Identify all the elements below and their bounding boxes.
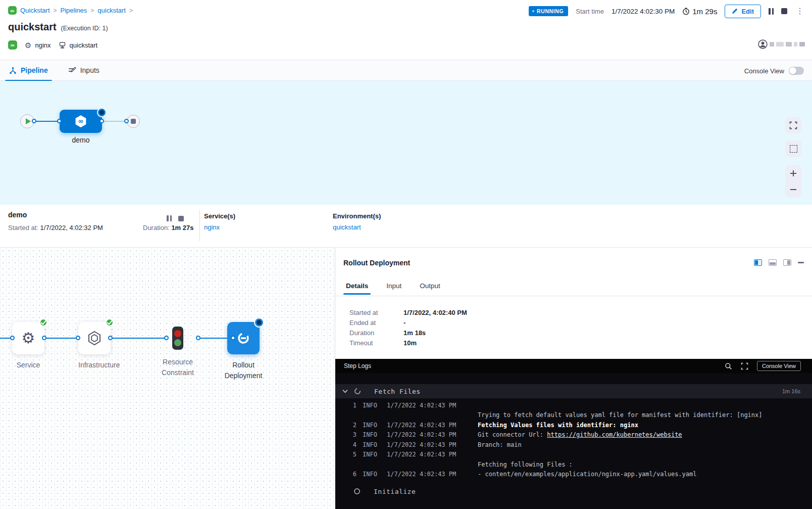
environments-label: Environment(s)	[333, 212, 381, 220]
service-gear-icon: ⚙	[22, 331, 35, 346]
canvas-fullscreen-button[interactable]	[785, 117, 801, 133]
step-node-infrastructure[interactable]	[78, 322, 111, 354]
tab-inputs[interactable]: Inputs	[68, 60, 99, 81]
layout-right-fill-button[interactable]	[783, 259, 791, 266]
execution-graph-canvas[interactable]: ⚙	[0, 248, 335, 509]
log-section-fetch-files[interactable]: Fetch Files 1m 16s	[335, 384, 812, 398]
tab-pipeline[interactable]: Pipeline	[9, 60, 48, 81]
detail-row-duration: Duration 1m 18s	[349, 328, 467, 338]
success-check-badge	[106, 318, 114, 327]
log-row: Trying to fetch default values yaml file…	[335, 410, 812, 421]
stop-execution-button[interactable]	[781, 8, 787, 14]
marquee-icon	[790, 145, 797, 153]
step-node-resource-constraint[interactable]	[172, 327, 183, 350]
execution-id: (Execution ID: 1)	[61, 25, 108, 32]
harness-pipeline-execution-page: ∞ Quickstart > Pipelines > quickstart > …	[0, 0, 812, 509]
section-loading-spinner-icon	[353, 387, 362, 396]
detail-row-timeout: Timeout 10m	[349, 338, 467, 348]
edge-connector-dot	[99, 119, 104, 123]
section-name: Fetch Files	[374, 388, 421, 395]
stage-info-bar: demo Started at: 1/7/2022, 4:02:32 PM Du…	[0, 205, 812, 248]
cd-module-icon: ∞	[8, 40, 17, 50]
pipeline-canvas[interactable]: ∞ demo	[0, 81, 812, 205]
tab-output[interactable]: Output	[417, 282, 443, 295]
tab-inputs-label: Inputs	[80, 66, 99, 74]
canvas-marquee-select-button[interactable]	[785, 141, 801, 157]
stage-name: demo	[8, 211, 27, 219]
section-duration: 1m 16s	[782, 388, 800, 394]
layout-right-split-button[interactable]	[754, 259, 762, 266]
stage-node-demo[interactable]: ∞	[60, 110, 102, 133]
stage-controls	[167, 215, 184, 221]
details-table: Started at 1/7/2022, 4:02:40 PM Ended at…	[349, 307, 467, 348]
elapsed-time: 1m 29s	[682, 7, 717, 16]
pause-execution-button[interactable]	[769, 8, 774, 15]
environments-column: Environment(s) quickstart	[333, 212, 381, 231]
pipeline-edge	[34, 121, 60, 122]
harness-cd-logo-icon: ∞	[8, 6, 17, 15]
log-list[interactable]: 1INFO1/7/2022 4:02:43 PMTrying to fetch …	[335, 400, 812, 479]
breadcrumb-link-pipelines[interactable]: Pipelines	[61, 7, 87, 14]
stage-hexagon-icon: ∞	[73, 113, 89, 129]
log-link[interactable]: https://github.com/kubernetes/website	[547, 431, 682, 438]
console-view-button[interactable]: Console View	[757, 361, 801, 371]
breadcrumb-link-pipeline-quickstart[interactable]: quickstart	[97, 7, 126, 14]
pending-circle-icon	[354, 488, 360, 494]
detail-row-ended-at: Ended at -	[349, 317, 467, 328]
svg-text:∞: ∞	[78, 117, 84, 125]
running-spinner-badge	[255, 318, 263, 327]
console-view-toggle[interactable]	[789, 67, 804, 75]
traffic-light-green	[174, 339, 181, 346]
edge-connector-dot	[124, 119, 129, 123]
redacted-user-text	[794, 42, 797, 47]
infrastructure-hexagon-icon	[86, 330, 103, 347]
service-chip[interactable]: ⚙ nginx	[25, 41, 51, 49]
play-icon	[26, 118, 31, 124]
tab-details[interactable]: Details	[343, 282, 371, 295]
log-row: 2INFO1/7/2022 4:02:43 PMFetching Values …	[335, 420, 812, 430]
stage-node-label: demo	[60, 136, 102, 144]
environment-link-quickstart[interactable]: quickstart	[333, 223, 381, 231]
search-icon[interactable]	[725, 362, 732, 370]
elapsed-value: 1m 29s	[692, 7, 717, 16]
log-row: 1INFO1/7/2022 4:02:43 PM	[335, 400, 812, 410]
environment-chip[interactable]: quickstart	[59, 41, 98, 49]
duration-value: 1m 27s	[171, 224, 193, 232]
tab-input[interactable]: Input	[384, 282, 404, 295]
zoom-out-button[interactable]	[785, 181, 801, 198]
stage-pause-button[interactable]	[167, 215, 172, 221]
pipeline-icon	[9, 67, 17, 74]
canvas-zoom-controls	[785, 165, 801, 198]
exec-edge	[111, 338, 166, 339]
log-row: 4INFO1/7/2022 4:02:43 PMBranch: main	[335, 440, 812, 450]
title-row: quickstart (Execution ID: 1)	[8, 21, 108, 33]
log-row: 6INFO1/7/2022 4:02:43 PM- content/en/exa…	[335, 470, 812, 480]
panel-layout-controls	[754, 259, 804, 266]
edge-connector-dot	[196, 336, 200, 340]
stop-icon	[131, 119, 136, 124]
edit-button[interactable]: Edit	[725, 5, 761, 18]
step-logs-console: Step Logs Console View Fetch Files 1m 16…	[335, 359, 812, 509]
service-link-nginx[interactable]: nginx	[204, 223, 235, 231]
layout-bottom-split-button[interactable]	[769, 259, 777, 266]
step-label-infrastructure: Infrastructure	[78, 360, 111, 371]
clock-icon	[682, 8, 690, 15]
start-time-label: Start time	[576, 8, 604, 15]
edge-connector-dot	[57, 119, 62, 123]
step-node-service[interactable]: ⚙	[12, 322, 44, 354]
redacted-user-text	[799, 42, 805, 47]
breadcrumb-link-quickstart-project[interactable]: Quickstart	[20, 7, 50, 14]
log-row: 3INFO1/7/2022 4:02:43 PMGit connector Ur…	[335, 430, 812, 440]
tab-pipeline-label: Pipeline	[21, 66, 48, 74]
log-section-initialize[interactable]: Initialize	[335, 484, 812, 499]
zoom-in-button[interactable]	[785, 165, 801, 181]
minimize-panel-button[interactable]	[798, 262, 804, 263]
user-info-row	[758, 39, 805, 49]
expand-logs-icon[interactable]	[741, 362, 748, 370]
more-options-button[interactable]: ⋮	[795, 7, 805, 15]
breadcrumb-separator: >	[54, 7, 57, 14]
edge-connector-dot	[231, 336, 235, 340]
stage-stop-button[interactable]	[178, 216, 184, 221]
redacted-user-text	[786, 42, 792, 47]
chevron-down-icon[interactable]	[342, 389, 348, 393]
